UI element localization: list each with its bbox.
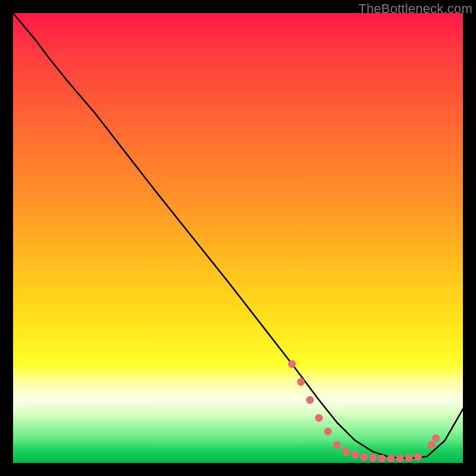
data-marker bbox=[360, 453, 368, 461]
data-marker bbox=[297, 378, 305, 386]
data-marker bbox=[342, 448, 350, 456]
watermark-text: TheBottleneck.com bbox=[358, 1, 472, 17]
bottleneck-curve bbox=[13, 13, 463, 458]
data-marker bbox=[387, 455, 395, 462]
data-marker bbox=[414, 453, 422, 461]
data-marker bbox=[369, 454, 377, 462]
data-marker bbox=[315, 414, 323, 422]
chart-svg bbox=[13, 13, 463, 463]
plot-area bbox=[13, 13, 463, 463]
data-marker bbox=[378, 455, 386, 462]
data-marker bbox=[324, 428, 332, 436]
data-marker bbox=[428, 441, 436, 449]
data-marker bbox=[306, 396, 314, 404]
data-marker bbox=[432, 434, 440, 442]
chart-frame: TheBottleneck.com bbox=[0, 0, 476, 476]
data-marker bbox=[351, 451, 359, 459]
data-marker bbox=[333, 441, 341, 449]
data-marker bbox=[396, 455, 404, 462]
data-marker bbox=[405, 454, 413, 462]
data-marker bbox=[288, 360, 296, 368]
